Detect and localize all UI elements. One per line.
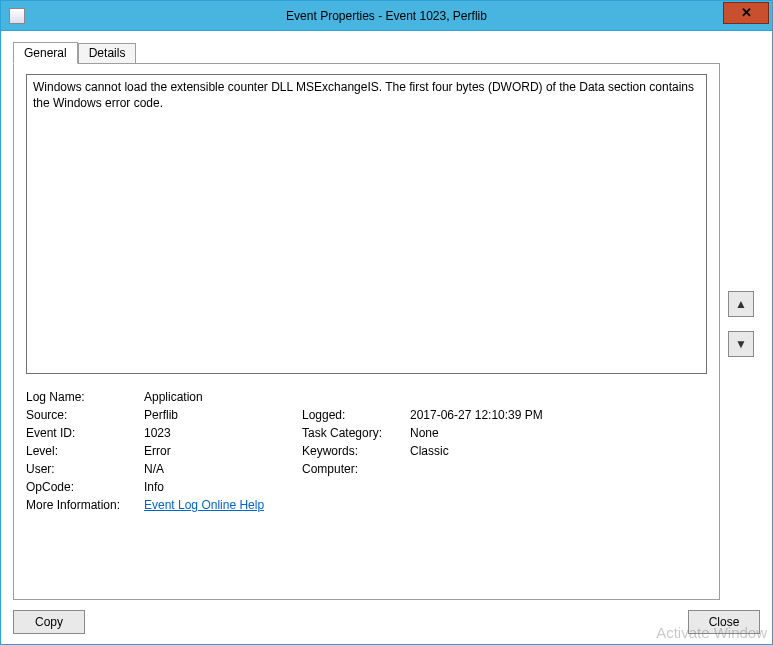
value-source: Perflib — [144, 408, 294, 422]
label-more-info: More Information: — [26, 498, 136, 512]
titlebar: Event Properties - Event 1023, Perflib ✕ — [1, 1, 772, 31]
value-computer — [410, 462, 707, 476]
app-icon — [9, 8, 25, 24]
value-event-id: 1023 — [144, 426, 294, 440]
tab-page-general: Windows cannot load the extensible count… — [13, 63, 720, 600]
window-title: Event Properties - Event 1023, Perflib — [1, 9, 772, 23]
label-log-name: Log Name: — [26, 390, 136, 404]
label-task-category: Task Category: — [302, 426, 402, 440]
event-properties-window: Event Properties - Event 1023, Perflib ✕… — [0, 0, 773, 645]
value-user: N/A — [144, 462, 294, 476]
tab-general[interactable]: General — [13, 42, 78, 64]
value-task-category: None — [410, 426, 707, 440]
label-logged: Logged: — [302, 408, 402, 422]
label-source: Source: — [26, 408, 136, 422]
window-close-button[interactable]: ✕ — [723, 2, 769, 24]
label-user: User: — [26, 462, 136, 476]
dialog-button-row: Copy Close — [13, 610, 760, 634]
event-message[interactable]: Windows cannot load the extensible count… — [26, 74, 707, 374]
tabstrip: General Details — [13, 41, 720, 63]
value-opcode: Info — [144, 480, 707, 494]
label-level: Level: — [26, 444, 136, 458]
event-fields: Log Name: Application Source: Perflib Lo… — [26, 390, 707, 512]
label-computer: Computer: — [302, 462, 402, 476]
online-help-link[interactable]: Event Log Online Help — [144, 498, 264, 512]
close-icon: ✕ — [741, 6, 752, 19]
copy-button[interactable]: Copy — [13, 610, 85, 634]
arrow-up-icon: ▲ — [735, 297, 747, 311]
value-logged: 2017-06-27 12:10:39 PM — [410, 408, 707, 422]
client-area: General Details Windows cannot load the … — [1, 31, 772, 644]
value-log-name: Application — [144, 390, 707, 404]
value-keywords: Classic — [410, 444, 707, 458]
value-level: Error — [144, 444, 294, 458]
label-event-id: Event ID: — [26, 426, 136, 440]
label-keywords: Keywords: — [302, 444, 402, 458]
label-opcode: OpCode: — [26, 480, 136, 494]
tab-details[interactable]: Details — [78, 43, 137, 63]
prev-event-button[interactable]: ▲ — [728, 291, 754, 317]
next-event-button[interactable]: ▼ — [728, 331, 754, 357]
arrow-down-icon: ▼ — [735, 337, 747, 351]
close-button[interactable]: Close — [688, 610, 760, 634]
